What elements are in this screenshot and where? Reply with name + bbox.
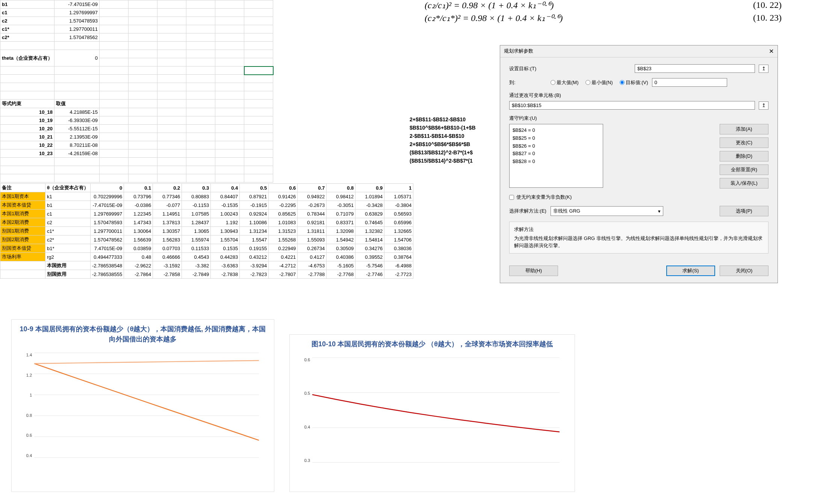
data-cell[interactable]: 0.40386 — [327, 253, 355, 261]
data-cell[interactable]: 1.55093 — [298, 235, 327, 244]
constraint-row-value[interactable]: -6.39303E-09 — [54, 116, 100, 125]
data-cell[interactable]: -2.9622 — [124, 261, 153, 270]
data-cell[interactable]: 1.07585 — [182, 210, 211, 218]
data-cell[interactable]: 1.32098 — [327, 227, 355, 235]
constraint-row-value[interactable]: 2.13953E-09 — [54, 133, 100, 141]
constraint-item[interactable]: $B$25 = 0 — [513, 134, 600, 142]
data-cell[interactable]: -0.2295 — [269, 201, 298, 210]
data-cell[interactable]: 0.65996 — [384, 218, 413, 227]
param-value[interactable]: 1.570478593 — [54, 17, 100, 25]
help-button[interactable]: 帮助(H) — [509, 266, 558, 276]
data-cell[interactable]: 1.570478593 — [91, 218, 124, 227]
data-cell[interactable]: -0.2673 — [298, 201, 327, 210]
data-cell[interactable]: -5.7546 — [355, 261, 384, 270]
method-select[interactable]: 非线性 GRG ▾ — [551, 206, 663, 216]
data-cell[interactable]: -6.4988 — [384, 261, 413, 270]
data-cell[interactable]: -0.0386 — [124, 201, 153, 210]
value-radio[interactable] — [620, 80, 625, 85]
data-cell[interactable]: 0.702299996 — [91, 192, 124, 201]
data-cell[interactable]: 1.56283 — [153, 235, 182, 244]
row-header[interactable]: 本国资本借贷 — [0, 201, 45, 210]
constraint-row-label[interactable]: 10_19 — [0, 116, 54, 125]
data-cell[interactable]: -3.6363 — [211, 261, 240, 270]
data-cell[interactable]: -2.7849 — [182, 270, 211, 279]
data-cell[interactable]: -0.1915 — [240, 201, 269, 210]
data-cell[interactable]: 0.48 — [124, 253, 153, 261]
param-value[interactable]: 1.297700011 — [54, 25, 100, 33]
data-cell[interactable]: 1.5547 — [240, 235, 269, 244]
change-button[interactable]: 更改(C) — [720, 137, 768, 148]
data-cell[interactable]: 0.56593 — [384, 210, 413, 218]
reset-button[interactable]: 全部重置(R) — [720, 164, 768, 175]
data-cell[interactable]: 0.43212 — [240, 253, 269, 261]
data-cell[interactable]: 0.92924 — [240, 210, 269, 218]
data-cell[interactable]: -4.6753 — [298, 261, 327, 270]
row-symbol[interactable]: rg2 — [45, 253, 91, 261]
param-label[interactable]: b1 — [0, 0, 54, 9]
data-cell[interactable]: 0.77346 — [153, 192, 182, 201]
theta-label[interactable]: theta（企业资本占有） — [0, 50, 54, 66]
data-cell[interactable]: 0.98412 — [327, 192, 355, 201]
data-cell[interactable]: -5.1605 — [327, 261, 355, 270]
data-cell[interactable]: 0.26734 — [298, 244, 327, 253]
data-cell[interactable]: 1.570478562 — [91, 235, 124, 244]
row-symbol[interactable]: c2* — [45, 235, 91, 244]
selected-cell[interactable] — [244, 66, 273, 75]
constraint-item[interactable]: $B$24 = 0 — [513, 127, 600, 134]
data-cell[interactable]: 1.297700011 — [91, 227, 124, 235]
data-cell[interactable]: 1.30943 — [211, 227, 240, 235]
row-header[interactable]: 别国1期消费 — [0, 227, 45, 235]
data-cell[interactable]: 1.37813 — [153, 218, 182, 227]
close-button[interactable]: 关闭(O) — [720, 266, 768, 276]
utility-header[interactable]: 别国效用 — [45, 270, 91, 279]
param-label[interactable]: c2* — [0, 33, 54, 42]
theta-value-header[interactable]: 0.5 — [240, 184, 269, 192]
data-cell[interactable]: 0.34276 — [355, 244, 384, 253]
param-value[interactable]: 1.570478562 — [54, 33, 100, 42]
constraint-row-label[interactable]: 10_23 — [0, 149, 54, 158]
load-save-button[interactable]: 装入/保存(L) — [720, 178, 768, 189]
data-cell[interactable]: -2.7838 — [211, 270, 240, 279]
data-cell[interactable]: -2.7723 — [384, 270, 413, 279]
data-cell[interactable]: -2.7768 — [327, 270, 355, 279]
constraint-header-value[interactable]: 取值 — [54, 100, 100, 108]
data-cell[interactable]: -2.786538555 — [91, 270, 124, 279]
data-cell[interactable]: 0.03859 — [124, 244, 153, 253]
data-cell[interactable]: 1.22345 — [124, 210, 153, 218]
param-label[interactable]: c1 — [0, 9, 54, 17]
row-header[interactable]: 本国1期资本 — [0, 192, 45, 201]
param-label[interactable]: c2 — [0, 17, 54, 25]
data-cell[interactable]: 0.1535 — [211, 244, 240, 253]
theta-value-header[interactable]: 0.6 — [269, 184, 298, 192]
data-cell[interactable]: 1.28437 — [182, 218, 211, 227]
data-cell[interactable]: 0.87921 — [240, 192, 269, 201]
data-cell[interactable]: -3.9294 — [240, 261, 269, 270]
theta-col-header[interactable]: θ（企业资本占有） — [45, 184, 91, 192]
close-icon[interactable]: ✕ — [769, 48, 774, 55]
constraint-item[interactable]: $B$28 = 0 — [513, 158, 600, 166]
data-cell[interactable]: 1.31523 — [269, 227, 298, 235]
data-cell[interactable]: 1.54942 — [327, 235, 355, 244]
data-cell[interactable]: -2.786538548 — [91, 261, 124, 270]
data-cell[interactable]: -0.3804 — [384, 201, 413, 210]
data-cell[interactable]: 0.11533 — [182, 244, 211, 253]
data-cell[interactable]: 1.32382 — [355, 227, 384, 235]
data-cell[interactable]: -2.7807 — [269, 270, 298, 279]
data-cell[interactable]: 0.39552 — [355, 253, 384, 261]
data-cell[interactable]: -3.382 — [182, 261, 211, 270]
row-header[interactable]: 本国2期消费 — [0, 218, 45, 227]
data-cell[interactable]: 1.192 — [211, 218, 240, 227]
chart-10-9[interactable]: 10-9 本国居民拥有的资本份额越少（θ越大），本国消费越低, 外国消费越离，本… — [11, 319, 274, 492]
constraint-row-value[interactable]: -5.55112E-15 — [54, 125, 100, 133]
data-cell[interactable]: 0.92181 — [298, 218, 327, 227]
data-cell[interactable]: -0.1153 — [182, 201, 211, 210]
range-picker-icon[interactable]: ↥ — [759, 101, 768, 110]
constraint-row-label[interactable]: 10_20 — [0, 125, 54, 133]
memo-cell[interactable]: 备注 — [0, 184, 45, 192]
constraint-row-label[interactable]: 10_18 — [0, 108, 54, 116]
param-label[interactable]: c1* — [0, 25, 54, 33]
constraint-row-value[interactable]: 4.21885E-15 — [54, 108, 100, 116]
options-button[interactable]: 选项(P) — [720, 206, 768, 216]
max-radio[interactable] — [551, 80, 555, 85]
constraint-item[interactable]: $B$27 = 0 — [513, 150, 600, 158]
